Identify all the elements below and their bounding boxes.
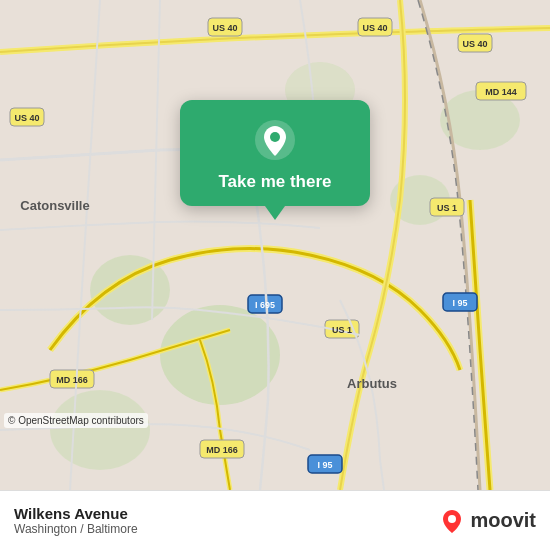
svg-text:MD 166: MD 166	[206, 445, 238, 455]
osm-credit: © OpenStreetMap contributors	[4, 413, 148, 428]
location-info: Wilkens Avenue Washington / Baltimore	[14, 505, 138, 536]
moovit-pin-icon	[438, 507, 466, 535]
svg-text:US 40: US 40	[14, 113, 39, 123]
location-pin-icon	[253, 118, 297, 162]
svg-text:US 1: US 1	[437, 203, 457, 213]
popup-label: Take me there	[218, 172, 331, 192]
map-container: US 40 US 40 US 40 US 40 MD 144 US 1 US 1…	[0, 0, 550, 490]
svg-text:US 1: US 1	[332, 325, 352, 335]
moovit-logo: moovit	[438, 507, 536, 535]
svg-text:US 40: US 40	[362, 23, 387, 33]
svg-text:US 40: US 40	[462, 39, 487, 49]
popup-card[interactable]: Take me there	[180, 100, 370, 206]
svg-text:I 95: I 95	[452, 298, 467, 308]
location-sub: Washington / Baltimore	[14, 522, 138, 536]
svg-point-35	[448, 515, 456, 523]
location-name: Wilkens Avenue	[14, 505, 138, 522]
svg-point-4	[50, 390, 150, 470]
svg-text:Catonsville: Catonsville	[20, 198, 89, 213]
svg-text:I 695: I 695	[255, 300, 275, 310]
moovit-text: moovit	[470, 509, 536, 532]
svg-text:MD 144: MD 144	[485, 87, 517, 97]
svg-text:I 95: I 95	[317, 460, 332, 470]
svg-text:MD 166: MD 166	[56, 375, 88, 385]
svg-point-1	[160, 305, 280, 405]
svg-text:US 40: US 40	[212, 23, 237, 33]
svg-text:Arbutus: Arbutus	[347, 376, 397, 391]
bottom-bar: Wilkens Avenue Washington / Baltimore mo…	[0, 490, 550, 550]
svg-point-34	[270, 132, 280, 142]
